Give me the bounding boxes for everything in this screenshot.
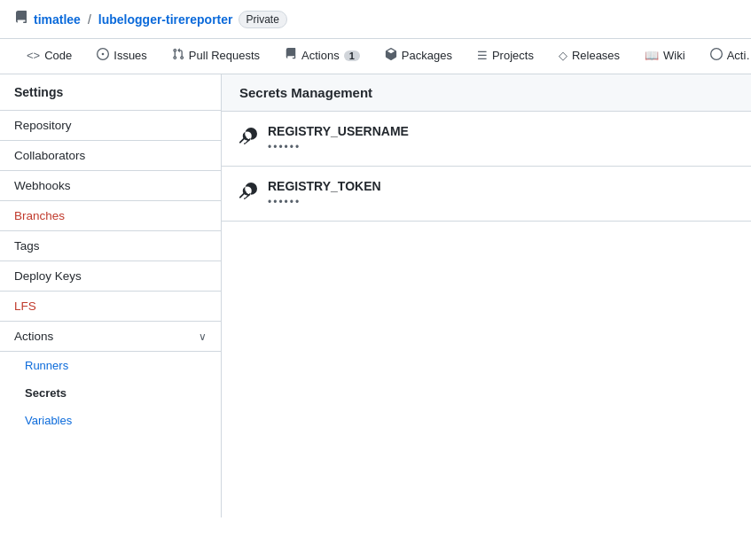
repo-title: timatlee / lubelogger-tirereporter Priva… — [14, 11, 287, 28]
tab-code[interactable]: <> Code — [14, 40, 84, 73]
secret-name-username: REGISTRY_USERNAME — [268, 124, 409, 138]
sidebar-item-tags[interactable]: Tags — [0, 231, 221, 261]
repo-owner-link[interactable]: timatlee — [34, 12, 81, 27]
repo-icon — [14, 11, 28, 28]
sidebar-actions-group[interactable]: Actions ∨ — [0, 322, 221, 352]
releases-icon: ◇ — [559, 49, 567, 62]
tab-activity[interactable]: Acti… — [698, 39, 751, 74]
top-bar: timatlee / lubelogger-tirereporter Priva… — [0, 0, 751, 39]
slash-separator: / — [88, 12, 91, 27]
activity-icon — [710, 48, 723, 63]
tab-releases[interactable]: ◇ Releases — [546, 40, 632, 73]
tab-issues-label: Issues — [113, 49, 147, 62]
actions-icon — [285, 48, 297, 63]
secret-name-token: REGISTRY_TOKEN — [268, 179, 381, 193]
repo-name-link[interactable]: lubelogger-tirereporter — [98, 12, 233, 27]
sidebar-item-lfs[interactable]: LFS — [0, 292, 221, 322]
projects-icon: ☰ — [477, 49, 488, 62]
secrets-section-title: Secrets Management — [222, 74, 751, 112]
key-icon-1 — [239, 128, 257, 151]
secret-item-registry-token: REGISTRY_TOKEN •••••• — [222, 167, 751, 222]
tab-activity-label: Acti… — [727, 49, 751, 62]
secret-value-token: •••••• — [268, 196, 381, 208]
secret-value-username: •••••• — [268, 141, 409, 153]
tab-actions-label: Actions — [301, 49, 340, 62]
packages-icon — [385, 48, 397, 63]
tab-code-label: Code — [44, 49, 72, 62]
secret-item-registry-username: REGISTRY_USERNAME •••••• — [222, 112, 751, 167]
sidebar-header: Settings — [0, 74, 221, 111]
key-icon-2 — [239, 183, 257, 206]
tab-wiki-label: Wiki — [663, 49, 685, 62]
chevron-down-icon: ∨ — [199, 331, 207, 343]
tab-pull-requests[interactable]: Pull Requests — [160, 39, 272, 74]
pr-icon — [172, 48, 184, 63]
sidebar-item-branches[interactable]: Branches — [0, 201, 221, 231]
sidebar: Settings Repository Collaborators Webhoo… — [0, 74, 222, 517]
sidebar-actions-label: Actions — [14, 330, 53, 343]
sidebar-item-webhooks[interactable]: Webhooks — [0, 171, 221, 201]
tab-projects[interactable]: ☰ Projects — [465, 40, 546, 73]
tab-pr-label: Pull Requests — [189, 49, 260, 62]
sidebar-sub-secrets[interactable]: Secrets — [0, 379, 221, 407]
sidebar-item-deploy-keys[interactable]: Deploy Keys — [0, 261, 221, 292]
tab-wiki[interactable]: 📖 Wiki — [632, 40, 698, 73]
nav-tabs: <> Code Issues Pull Requests Actions 1 P… — [0, 39, 751, 74]
secret-info-token: REGISTRY_TOKEN •••••• — [268, 179, 381, 208]
private-badge: Private — [239, 11, 287, 28]
tab-projects-label: Projects — [492, 49, 534, 62]
content-area: Secrets Management REGISTRY_USERNAME •••… — [222, 74, 751, 517]
main-content: Settings Repository Collaborators Webhoo… — [0, 74, 751, 517]
tab-packages-label: Packages — [402, 49, 452, 62]
secret-info-username: REGISTRY_USERNAME •••••• — [268, 124, 409, 153]
actions-badge: 1 — [344, 51, 360, 61]
tab-issues[interactable]: Issues — [84, 39, 160, 74]
tab-actions[interactable]: Actions 1 — [272, 39, 372, 74]
tab-packages[interactable]: Packages — [372, 39, 465, 74]
sidebar-sub-variables[interactable]: Variables — [0, 407, 221, 434]
tab-releases-label: Releases — [572, 49, 620, 62]
issues-icon — [97, 48, 109, 63]
sidebar-sub-runners[interactable]: Runners — [0, 352, 221, 379]
sidebar-item-collaborators[interactable]: Collaborators — [0, 141, 221, 171]
code-icon: <> — [27, 49, 40, 62]
sidebar-item-repository[interactable]: Repository — [0, 111, 221, 141]
wiki-icon: 📖 — [645, 49, 659, 62]
